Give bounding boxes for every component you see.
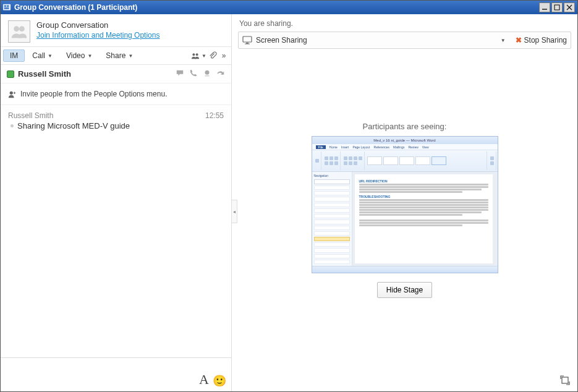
attachment-button[interactable] (208, 51, 218, 61)
chevron-down-icon: ▼ (501, 38, 506, 43)
preview-ribbon (312, 150, 498, 172)
font-format-button[interactable]: A (199, 372, 209, 388)
tab-im-label: IM (10, 51, 18, 60)
tab-im[interactable]: IM (3, 49, 25, 62)
compose-tools: A 🙂 (199, 358, 231, 391)
minimize-button[interactable] (539, 2, 550, 12)
svg-rect-16 (245, 44, 250, 45)
speech-bubble-icon[interactable] (176, 69, 184, 79)
bullet-icon (11, 124, 14, 127)
webcam-icon[interactable] (203, 69, 211, 79)
tab-share[interactable]: Share▼ (100, 50, 139, 61)
participant-actions (176, 69, 225, 79)
tab-share-label: Share (106, 51, 125, 60)
emoji-button[interactable]: 🙂 (213, 374, 226, 388)
chat-area: Russell Smith 12:55 Sharing Microsoft ME… (1, 105, 231, 357)
maximize-button[interactable] (551, 2, 563, 12)
chevron-down-icon: ▼ (202, 53, 206, 59)
popout-button[interactable] (560, 375, 570, 385)
right-pane: ◂ You are sharing. Screen Sharing ▼ ✖ St… (232, 14, 577, 391)
stop-sharing-label: Stop Sharing (524, 36, 567, 45)
share-bar: Screen Sharing ▼ ✖ Stop Sharing (238, 32, 571, 49)
conversation-header-text: Group Conversation Join Information and … (36, 20, 159, 43)
message-body: Sharing Microsoft MED-V guide (8, 121, 224, 130)
svg-rect-1 (4, 6, 7, 7)
add-person-icon (8, 90, 17, 98)
people-options-button[interactable] (190, 51, 200, 61)
preview-ribbon-tabs: FileHomeInsertPage LayoutReferencesMaili… (312, 144, 498, 150)
collapse-handle[interactable]: ◂ (231, 200, 237, 223)
svg-point-10 (193, 53, 195, 56)
window-title: Group Conversation (1 Participant) (14, 3, 137, 12)
message-text: Sharing Microsoft MED-V guide (17, 121, 130, 130)
stop-sharing-button[interactable]: ✖ Stop Sharing (516, 36, 567, 45)
compose-area: A 🙂 (1, 357, 231, 391)
participant-name: Russell Smith (18, 69, 176, 79)
svg-rect-0 (3, 4, 11, 11)
share-mode-label: Screen Sharing (256, 36, 307, 45)
compose-input[interactable] (1, 358, 199, 391)
tab-call-label: Call (32, 51, 45, 60)
window: Group Conversation (1 Participant) Group… (0, 0, 578, 392)
hide-stage-button[interactable]: Hide Stage (377, 282, 432, 298)
more-options-button[interactable]: » (219, 51, 229, 61)
svg-point-12 (205, 70, 210, 75)
svg-rect-5 (555, 5, 559, 10)
preview-page: URL REDIRECTION TROUBLESHOOTING (352, 172, 498, 266)
x-icon: ✖ (516, 36, 522, 45)
body: Group Conversation Join Information and … (1, 14, 577, 391)
svg-rect-2 (7, 6, 9, 7)
conversation-header: Group Conversation Join Information and … (1, 14, 231, 46)
invite-hint-text: Invite people from the People Options me… (20, 90, 167, 98)
shared-screen-preview: Med_v 16 st_guide — Microsoft Word FileH… (312, 136, 498, 273)
chevron-down-icon: ▼ (128, 53, 133, 59)
svg-point-8 (14, 26, 19, 32)
join-info-link[interactable]: Join Information and Meeting Options (36, 31, 159, 40)
invite-hint: Invite people from the People Options me… (1, 83, 231, 105)
preview-nav-pane: Navigation (312, 172, 352, 266)
close-button[interactable] (564, 2, 575, 12)
svg-rect-15 (246, 43, 249, 44)
preview-statusbar (312, 266, 498, 273)
chevron-down-icon: ▼ (48, 53, 53, 59)
modality-tabs: IM Call▼ Video▼ Share▼ ▼ » (1, 46, 231, 65)
tab-video[interactable]: Video▼ (60, 50, 98, 61)
chevron-down-icon: ▼ (87, 53, 92, 59)
presence-indicator-icon (7, 70, 14, 78)
svg-point-13 (10, 92, 13, 95)
share-arrow-icon[interactable] (216, 69, 225, 79)
phone-icon[interactable] (189, 69, 198, 79)
svg-rect-17 (562, 377, 568, 383)
left-pane: Group Conversation Join Information and … (1, 14, 232, 391)
svg-rect-14 (243, 36, 252, 42)
tab-call[interactable]: Call▼ (26, 50, 59, 61)
group-avatar-icon (8, 20, 30, 43)
tab-video-label: Video (66, 51, 85, 60)
preview-body: Navigation URL REDIRECTION TROUBLES (312, 172, 498, 266)
svg-point-9 (19, 26, 25, 32)
preview-titlebar: Med_v 16 st_guide — Microsoft Word (312, 137, 498, 144)
app-icon (2, 2, 12, 12)
stage: Participants are seeing: Med_v 16 st_gui… (232, 53, 577, 391)
participant-row[interactable]: Russell Smith (1, 65, 231, 83)
share-mode-dropdown[interactable]: Screen Sharing ▼ (256, 36, 512, 45)
share-status: You are sharing. (232, 14, 577, 32)
svg-point-11 (196, 53, 198, 56)
monitor-icon (242, 36, 252, 45)
stage-label: Participants are seeing: (363, 122, 447, 131)
window-buttons (539, 2, 575, 12)
conversation-title: Group Conversation (36, 20, 159, 30)
message-sender: Russell Smith (8, 111, 53, 120)
message-time: 12:55 (205, 111, 224, 120)
svg-rect-3 (4, 7, 9, 9)
titlebar: Group Conversation (1 Participant) (1, 1, 577, 14)
message-header: Russell Smith 12:55 (8, 111, 224, 120)
